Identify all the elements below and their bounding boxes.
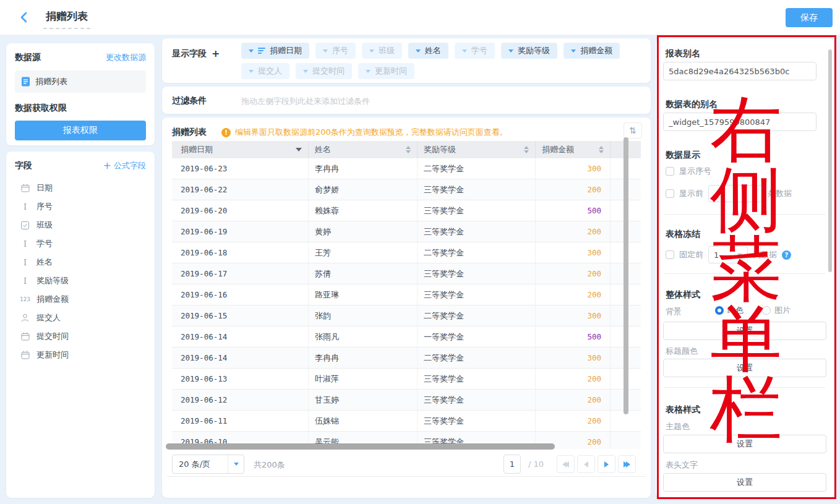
back-button[interactable] bbox=[19, 11, 31, 23]
table-alias-input[interactable] bbox=[663, 113, 816, 131]
add-field-icon[interactable]: + bbox=[212, 49, 220, 59]
overall-style-title: 整体样式 bbox=[666, 289, 700, 301]
display-field-chip[interactable]: 提交人 bbox=[241, 63, 289, 79]
sort-toggle-icon bbox=[599, 146, 604, 153]
page-size-select[interactable]: 20 条/页 bbox=[172, 455, 244, 474]
horizontal-scrollbar[interactable] bbox=[166, 443, 555, 450]
calendar-icon bbox=[20, 184, 30, 192]
freeze-count-select[interactable]: 1 bbox=[708, 246, 748, 263]
freeze-checkbox[interactable] bbox=[666, 250, 674, 259]
cell-extra bbox=[611, 432, 641, 449]
table-row: 2019-06-23李冉冉二等奖学金300 bbox=[172, 158, 641, 179]
sort-toggle-icon bbox=[524, 146, 529, 153]
chevron-down-icon bbox=[369, 49, 374, 53]
sort-order-button[interactable]: ⇅ bbox=[624, 122, 642, 139]
change-datasource-link[interactable]: 更改数据源 bbox=[106, 52, 146, 63]
theme-color-set-button[interactable]: 设置 bbox=[663, 435, 826, 453]
show-index-checkbox[interactable] bbox=[666, 167, 674, 176]
chevron-down-icon bbox=[323, 49, 328, 53]
formula-field-link[interactable]: + 公式字段 bbox=[103, 160, 146, 171]
column-label: 捐赠金额 bbox=[542, 144, 574, 155]
table-header-row: 捐赠日期姓名奖励等级捐赠金额 bbox=[172, 141, 641, 158]
background-set-button[interactable]: 设置 bbox=[663, 322, 826, 340]
cell-date: 2019-06-12 bbox=[172, 390, 309, 410]
image-option[interactable]: 图片 bbox=[762, 305, 791, 316]
show-first-count-input[interactable] bbox=[708, 185, 763, 202]
display-field-chip[interactable]: 学号 bbox=[455, 43, 495, 59]
cell-date: 2019-06-22 bbox=[172, 179, 309, 200]
cell-date: 2019-06-11 bbox=[172, 411, 309, 431]
report-permission-button[interactable]: 报表权限 bbox=[15, 121, 146, 140]
total-count: 共200条 bbox=[254, 459, 285, 471]
column-header[interactable]: 捐赠金额 bbox=[536, 141, 611, 158]
cell-level: 二等奖学金 bbox=[418, 158, 536, 179]
filter-dropzone[interactable]: 拖动左侧字段到此处来添加过滤条件 bbox=[241, 96, 370, 107]
last-page-button[interactable] bbox=[618, 455, 636, 473]
field-item[interactable]: 提交人 bbox=[15, 309, 146, 327]
chevron-down-icon bbox=[366, 70, 371, 73]
field-label: 学号 bbox=[36, 238, 53, 249]
cell-name: 王芳 bbox=[309, 242, 418, 263]
display-field-chip[interactable]: 姓名 bbox=[408, 43, 448, 59]
display-field-chip[interactable]: 奖励等级 bbox=[501, 43, 557, 59]
background-label: 背景 bbox=[666, 306, 682, 317]
table-card: 捐赠列表 ! 编辑界面只取数据源前200条作为查询数据预览，完整数据请访问页面查… bbox=[162, 117, 651, 498]
field-item[interactable]: I序号 bbox=[15, 197, 146, 216]
field-item[interactable]: 班级 bbox=[15, 216, 146, 234]
column-header[interactable]: 姓名 bbox=[309, 141, 418, 158]
calendar-icon bbox=[20, 332, 30, 341]
radio-unselected-icon bbox=[762, 306, 771, 315]
cell-name: 黄婷 bbox=[309, 221, 418, 242]
solid-color-option[interactable]: 纯色 bbox=[715, 305, 744, 316]
help-icon[interactable]: ? bbox=[782, 250, 791, 260]
report-alias-input[interactable] bbox=[663, 62, 816, 80]
prev-page-button[interactable] bbox=[577, 455, 595, 473]
column-header[interactable]: 捐赠日期 bbox=[172, 141, 309, 158]
field-item[interactable]: 更新时间 bbox=[15, 346, 146, 364]
field-item[interactable]: I奖励等级 bbox=[15, 271, 146, 290]
display-field-chip[interactable]: 提交时间 bbox=[296, 63, 352, 79]
next-page-button[interactable] bbox=[598, 455, 615, 473]
field-item[interactable]: 提交时间 bbox=[15, 327, 146, 346]
column-label: 姓名 bbox=[315, 144, 331, 155]
datasource-name: 捐赠列表 bbox=[35, 76, 67, 87]
field-item[interactable]: 123捐赠金额 bbox=[15, 290, 146, 309]
column-header[interactable]: 奖励等级 bbox=[418, 141, 536, 158]
title-color-label: 标题颜色 bbox=[666, 346, 698, 357]
panel-scrollbar[interactable] bbox=[828, 49, 832, 272]
field-item[interactable]: 日期 bbox=[15, 179, 146, 197]
first-page-button[interactable] bbox=[557, 455, 575, 473]
table-row: 2019-06-20赖姝蓉三等奖学金500 bbox=[172, 200, 641, 221]
divider bbox=[664, 273, 825, 274]
show-first-prefix: 显示前 bbox=[679, 188, 703, 199]
chevron-down-icon bbox=[303, 70, 308, 73]
table-row: 2019-06-19黄婷三等奖学金200 bbox=[172, 221, 641, 242]
title-color-set-button[interactable]: 设置 bbox=[663, 359, 826, 377]
display-fields-label: 显示字段 + bbox=[172, 48, 220, 59]
display-field-chip[interactable]: 捐赠金额 bbox=[564, 43, 620, 59]
field-item[interactable]: I姓名 bbox=[15, 253, 146, 271]
table-alias-label: 数据表的别名 bbox=[666, 99, 718, 110]
display-field-chip[interactable]: 序号 bbox=[315, 43, 356, 59]
vertical-scrollbar[interactable] bbox=[624, 137, 628, 414]
cell-name: 张雨凡 bbox=[309, 327, 418, 347]
page-number-input[interactable] bbox=[504, 455, 521, 474]
display-field-chip[interactable]: 捐赠日期 bbox=[241, 43, 309, 59]
image-label: 图片 bbox=[774, 305, 791, 316]
save-button[interactable]: 保存 bbox=[786, 8, 833, 27]
display-field-chip[interactable]: 更新时间 bbox=[358, 63, 414, 79]
datasource-item[interactable]: 捐赠列表 bbox=[15, 70, 146, 93]
fields-title: 字段 bbox=[15, 160, 32, 171]
display-field-chip[interactable]: 班级 bbox=[362, 43, 402, 59]
show-first-checkbox[interactable] bbox=[666, 189, 674, 198]
header-text-set-button[interactable]: 设置 bbox=[663, 473, 826, 492]
cell-name: 苏倩 bbox=[309, 263, 418, 284]
field-item[interactable]: I学号 bbox=[15, 234, 146, 253]
cell-date: 2019-06-13 bbox=[172, 369, 309, 389]
table-row: 2019-06-15张韵二等奖学金300 bbox=[172, 305, 641, 327]
cell-date: 2019-06-20 bbox=[172, 200, 309, 221]
table-row: 2019-06-13叶淑萍三等奖学金200 bbox=[172, 369, 641, 390]
field-label: 捐赠金额 bbox=[36, 294, 69, 305]
page-title: 捐赠列表 bbox=[43, 9, 90, 29]
top-bar: 捐赠列表 保存 bbox=[0, 0, 840, 35]
